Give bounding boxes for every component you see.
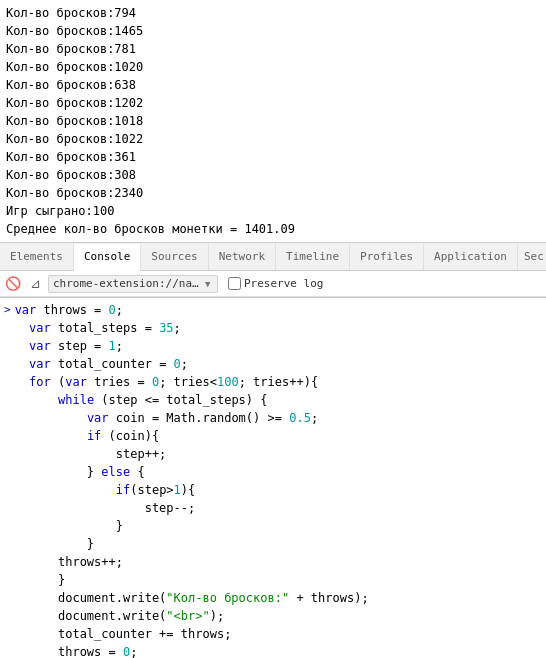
preserve-log-checkbox[interactable] [228, 277, 241, 290]
tab-application[interactable]: Application [424, 243, 518, 270]
page-output: Кол-во бросков:794 Кол-во бросков:1465 К… [0, 0, 546, 243]
devtools-tabs: Elements Console Sources Network Timelin… [0, 243, 546, 271]
output-line-5: Кол-во бросков:638 [6, 76, 540, 94]
output-line-9: Кол-во бросков:361 [6, 148, 540, 166]
output-line-1: Кол-во бросков:794 [6, 4, 540, 22]
output-line-4: Кол-во бросков:1020 [6, 58, 540, 76]
filter-button[interactable]: ⊿ [26, 275, 44, 293]
preserve-log-text: Preserve log [244, 277, 323, 290]
output-line-2: Кол-во бросков:1465 [6, 22, 540, 40]
clear-console-button[interactable]: 🚫 [4, 275, 22, 293]
entry-arrow: > [4, 302, 11, 319]
tab-profiles[interactable]: Profiles [350, 243, 424, 270]
output-line-7: Кол-во бросков:1018 [6, 112, 540, 130]
url-dropdown-arrow: ▼ [205, 279, 210, 289]
output-line-3: Кол-во бросков:781 [6, 40, 540, 58]
tab-sec[interactable]: Sec [518, 243, 546, 270]
tab-console[interactable]: Console [74, 244, 141, 271]
console-code-block: > var throws = 0; var total_steps = 35; … [0, 300, 546, 658]
tab-sources[interactable]: Sources [141, 243, 208, 270]
output-line-6: Кол-во бросков:1202 [6, 94, 540, 112]
output-line-12: Игр сыграно:100 [6, 202, 540, 220]
output-line-11: Кол-во бросков:2340 [6, 184, 540, 202]
preserve-log-label[interactable]: Preserve log [228, 277, 323, 290]
url-text: chrome-extension://na...ppffipr [53, 277, 203, 290]
tab-elements[interactable]: Elements [0, 243, 74, 270]
url-selector[interactable]: chrome-extension://na...ppffipr ▼ [48, 275, 218, 293]
console-bar: 🚫 ⊿ chrome-extension://na...ppffipr ▼ Pr… [0, 271, 546, 297]
devtools-toolbar: Elements Console Sources Network Timelin… [0, 243, 546, 298]
tab-timeline[interactable]: Timeline [276, 243, 350, 270]
output-line-13: Среднее кол-во бросков монетки = 1401.09 [6, 220, 540, 238]
console-content: > var throws = 0; var total_steps = 35; … [0, 298, 546, 658]
code-content: var throws = 0; var total_steps = 35; va… [15, 301, 546, 658]
tab-network[interactable]: Network [209, 243, 276, 270]
output-line-8: Кол-во бросков:1022 [6, 130, 540, 148]
output-line-10: Кол-во бросков:308 [6, 166, 540, 184]
